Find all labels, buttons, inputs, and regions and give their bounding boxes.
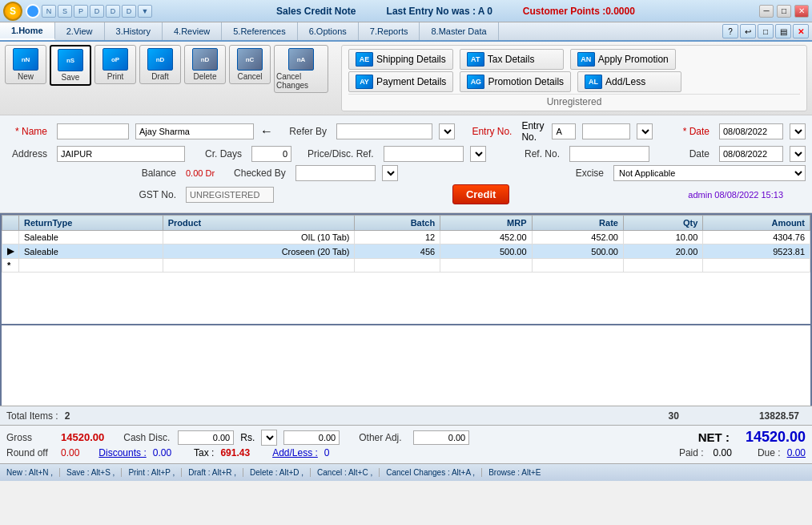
maximize-button[interactable]: □ bbox=[777, 5, 791, 18]
titlebar-del-icon[interactable]: D bbox=[106, 5, 120, 18]
help-btn-2[interactable]: ↩ bbox=[740, 24, 756, 38]
print-icon: oP bbox=[103, 48, 128, 71]
price-disc-select[interactable]: ▼ bbox=[470, 146, 486, 162]
apply-promo-icon: AN bbox=[577, 52, 595, 67]
table-row-empty[interactable]: * bbox=[2, 259, 810, 273]
row-indicator bbox=[2, 231, 19, 244]
checked-by-input[interactable] bbox=[295, 165, 376, 181]
draft-label: Draft bbox=[151, 72, 169, 81]
titlebar-save-icon[interactable]: S bbox=[58, 5, 72, 18]
help-btn-3[interactable]: □ bbox=[758, 24, 774, 38]
cash-disc-pct-input[interactable] bbox=[283, 430, 340, 445]
tab-history[interactable]: 3.History bbox=[105, 22, 163, 40]
gst-input[interactable] bbox=[186, 187, 274, 203]
refer-by-select[interactable]: ▼ bbox=[439, 123, 455, 139]
col-qty: Qty bbox=[623, 216, 702, 231]
paid-label: Paid : bbox=[679, 447, 704, 458]
refer-by-input[interactable] bbox=[336, 123, 432, 139]
arrow-indicator: ← bbox=[260, 124, 273, 139]
tab-home[interactable]: 1.Home bbox=[0, 22, 55, 40]
promotion-details-button[interactable]: AG Promotion Details bbox=[460, 71, 571, 92]
world-icon bbox=[26, 4, 40, 18]
print-label: Print bbox=[107, 72, 124, 81]
address-input[interactable] bbox=[57, 146, 185, 162]
close-button[interactable]: ✕ bbox=[794, 5, 809, 18]
table-row[interactable]: ▶ Saleable Croseen (20 Tab) 456 500.00 5… bbox=[2, 244, 810, 259]
entry-no-prefix-input[interactable] bbox=[552, 123, 576, 139]
payment-label: Payment Details bbox=[376, 76, 446, 87]
draft-icon: nD bbox=[147, 48, 173, 71]
minimize-button[interactable]: ─ bbox=[759, 5, 774, 18]
cash-disc-label: Cash Disc. bbox=[123, 432, 171, 443]
cash-disc-input[interactable] bbox=[178, 430, 234, 445]
payment-icon: AY bbox=[356, 75, 373, 89]
titlebar-draft-icon[interactable]: D bbox=[90, 5, 104, 18]
new-button[interactable]: nN New bbox=[5, 45, 46, 84]
date-select[interactable]: ▼ bbox=[790, 123, 806, 139]
due-value: 0.00 bbox=[787, 447, 806, 458]
tab-options[interactable]: 6.Options bbox=[298, 22, 359, 40]
apply-promotion-button[interactable]: AN Apply Promotion bbox=[570, 49, 676, 70]
other-adj-input[interactable] bbox=[413, 430, 469, 445]
table-header-row: ReturnType Product Batch MRP Rate Qty Am… bbox=[2, 216, 810, 231]
tab-master-data[interactable]: 8.Master Data bbox=[420, 22, 498, 40]
print-button[interactable]: oP Print bbox=[94, 45, 136, 84]
date-input[interactable] bbox=[719, 123, 783, 139]
checked-by-label: Checked By bbox=[234, 168, 289, 179]
titlebar-icons: N S P D D D ▼ bbox=[42, 5, 152, 18]
price-disc-input[interactable] bbox=[384, 146, 464, 162]
cell-amount: 4304.76 bbox=[703, 231, 810, 244]
ref-no-label: Ref. No. bbox=[519, 148, 563, 160]
name-input[interactable] bbox=[135, 123, 254, 139]
gross-value: 14520.00 bbox=[61, 431, 104, 443]
name-code-input[interactable] bbox=[57, 123, 129, 139]
tab-view[interactable]: 2.View bbox=[55, 22, 105, 40]
cell-mrp: 500.00 bbox=[440, 244, 532, 259]
titlebar-dropdown-icon[interactable]: ▼ bbox=[138, 5, 152, 18]
payment-details-button[interactable]: AY Payment Details bbox=[348, 71, 453, 92]
save-label: Save bbox=[62, 73, 80, 82]
titlebar-cancel-icon[interactable]: D bbox=[122, 5, 136, 18]
help-btn-close[interactable]: ✕ bbox=[793, 24, 809, 38]
cell-product: Croseen (20 Tab) bbox=[163, 244, 355, 259]
admin-info: admin 08/08/2022 15:13 bbox=[688, 190, 783, 200]
cell-batch: 456 bbox=[355, 244, 440, 259]
titlebar-print-icon[interactable]: P bbox=[74, 5, 88, 18]
discounts-label[interactable]: Discounts : bbox=[98, 447, 146, 458]
help-btn-4[interactable]: ▤ bbox=[775, 24, 791, 38]
date2-input[interactable] bbox=[719, 146, 783, 162]
cancel-icon: nC bbox=[237, 48, 263, 71]
cell-rate-empty bbox=[532, 259, 623, 273]
ref-no-input[interactable] bbox=[569, 146, 649, 162]
rs-select[interactable]: ▼ bbox=[261, 430, 277, 446]
cancel-button[interactable]: nC Cancel bbox=[229, 45, 271, 84]
checked-by-select[interactable]: ▼ bbox=[382, 165, 398, 181]
balance-label: Balance bbox=[135, 168, 179, 179]
excise-select[interactable]: Not Applicable bbox=[613, 165, 806, 181]
tab-references[interactable]: 5.References bbox=[222, 22, 297, 40]
status-bar: New : Alt+N , Save : Alt+S , Print : Alt… bbox=[0, 463, 812, 481]
cell-qty: 10.00 bbox=[623, 231, 702, 244]
cell-product: OIL (10 Tab) bbox=[163, 231, 355, 244]
cr-days-input[interactable] bbox=[251, 146, 291, 162]
entry-no-select[interactable]: ▼ bbox=[637, 123, 653, 139]
shipping-details-button[interactable]: AE Shipping Details bbox=[348, 49, 453, 70]
title-text: Sales Credit Note bbox=[276, 6, 356, 17]
delete-button[interactable]: nD Delete bbox=[184, 45, 226, 84]
save-button[interactable]: nS Save bbox=[50, 45, 91, 86]
tab-review[interactable]: 4.Review bbox=[163, 22, 222, 40]
draft-button[interactable]: nD Draft bbox=[139, 45, 181, 84]
help-btn-1[interactable]: ? bbox=[722, 24, 738, 38]
entry-no-input[interactable] bbox=[582, 123, 630, 139]
credit-button[interactable]: Credit bbox=[452, 184, 510, 204]
table-row[interactable]: Saleable OIL (10 Tab) 12 452.00 452.00 1… bbox=[2, 231, 810, 244]
date2-select[interactable]: ▼ bbox=[790, 146, 806, 162]
tax-details-button[interactable]: AT Tax Details bbox=[460, 49, 564, 70]
add-less-label[interactable]: Add/Less : bbox=[272, 447, 318, 458]
cancel-changes-button[interactable]: nA Cancel Changes bbox=[274, 45, 328, 93]
window-title: Sales Credit Note Last Entry No was : A … bbox=[152, 5, 759, 17]
add-less-button[interactable]: AL Add/Less bbox=[577, 71, 681, 92]
tab-reports[interactable]: 7.Reports bbox=[359, 22, 420, 40]
status-new: New : Alt+N , bbox=[6, 468, 60, 477]
titlebar-new-icon[interactable]: N bbox=[42, 5, 56, 18]
